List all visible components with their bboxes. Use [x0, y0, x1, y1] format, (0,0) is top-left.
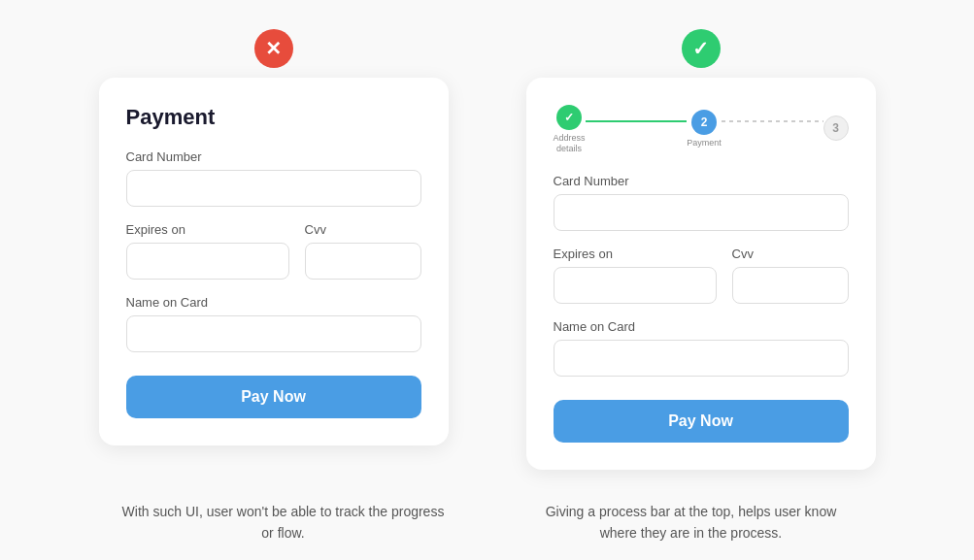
step-2-label: Payment [687, 138, 722, 148]
step-3-circle: 3 [823, 115, 849, 141]
bad-cvv-label: Cvv [305, 222, 421, 237]
step-2-circle: 2 [691, 110, 717, 135]
bad-name-input[interactable] [126, 315, 421, 352]
good-card: ✓ Addressdetails 2 Payment 3 Card Number [526, 78, 876, 470]
step-2: 2 Payment [687, 110, 722, 148]
bad-example: ✕ Payment Card Number Expires on Cvv Nam… [99, 29, 449, 445]
bad-card: Payment Card Number Expires on Cvv Name … [99, 78, 449, 445]
good-badge: ✓ [682, 29, 721, 68]
good-example: ✓ ✓ Addressdetails 2 Payment 3 [526, 29, 876, 470]
good-expires-group: Expires on [554, 247, 717, 304]
bad-card-number-label: Card Number [126, 149, 421, 164]
bad-card-title: Payment [126, 105, 421, 130]
good-card-number-group: Card Number [554, 174, 849, 231]
good-name-input[interactable] [554, 340, 849, 377]
step-1-circle: ✓ [556, 105, 582, 130]
bad-expires-input[interactable] [126, 243, 289, 280]
bad-cvv-input[interactable] [305, 243, 421, 280]
good-inline-group: Expires on Cvv [554, 247, 849, 304]
bad-name-label: Name on Card [126, 295, 421, 310]
step-1-label: Addressdetails [554, 133, 586, 154]
bad-inline-group: Expires on Cvv [126, 222, 421, 280]
good-card-number-label: Card Number [554, 174, 849, 188]
bad-card-number-input[interactable] [126, 170, 421, 207]
step-1: ✓ Addressdetails [554, 105, 586, 154]
bad-description: With such UI, user won't be able to trac… [118, 501, 449, 544]
good-expires-label: Expires on [554, 247, 717, 261]
good-name-group: Name on Card [554, 319, 849, 377]
good-cvv-input[interactable] [732, 267, 849, 304]
bad-expires-group: Expires on [126, 222, 289, 280]
connector-2 [722, 120, 823, 122]
good-card-number-input[interactable] [554, 194, 849, 231]
good-cvv-label: Cvv [732, 247, 849, 261]
good-expires-input[interactable] [554, 267, 717, 304]
good-cvv-group: Cvv [732, 247, 849, 304]
bad-cvv-group: Cvv [305, 222, 421, 280]
bad-expires-label: Expires on [126, 222, 289, 237]
progress-bar: ✓ Addressdetails 2 Payment 3 [554, 105, 849, 154]
step-3: 3 [823, 115, 849, 144]
bad-badge: ✕ [254, 29, 293, 68]
good-name-label: Name on Card [554, 319, 849, 334]
bad-card-number-group: Card Number [126, 149, 421, 207]
bad-name-group: Name on Card [126, 295, 421, 352]
good-pay-button[interactable]: Pay Now [554, 400, 849, 443]
connector-1 [586, 120, 688, 122]
descriptions: With such UI, user won't be able to trac… [99, 501, 876, 544]
bad-pay-button[interactable]: Pay Now [126, 376, 421, 418]
good-description: Giving a process bar at the top, helps u… [526, 501, 856, 544]
